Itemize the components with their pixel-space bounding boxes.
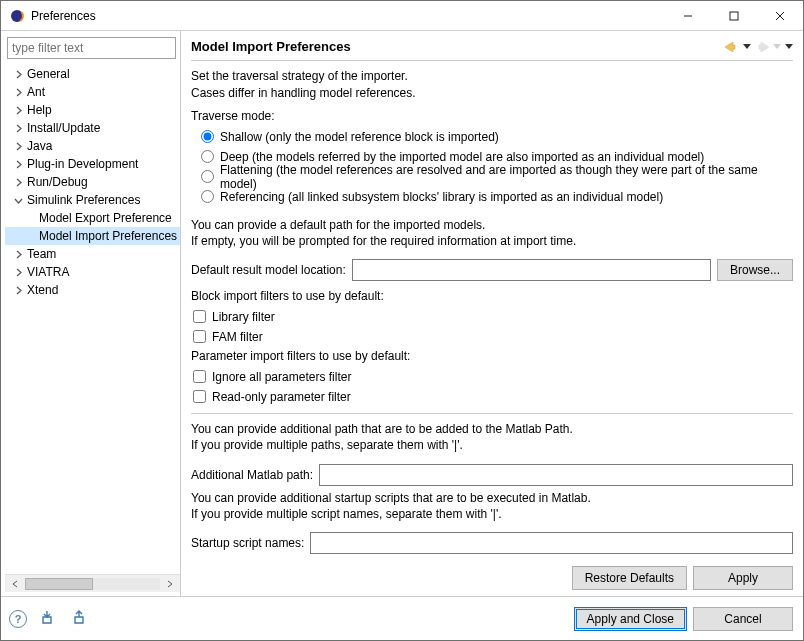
startup-scripts-input[interactable] (310, 532, 793, 554)
checkbox-option[interactable]: FAM filter (191, 327, 793, 347)
radio-deep[interactable] (201, 150, 214, 163)
tree-item-label: Xtend (27, 283, 58, 297)
tree-item[interactable]: Java (5, 137, 180, 155)
cancel-button[interactable]: Cancel (693, 607, 793, 631)
tree-item[interactable]: Ant (5, 83, 180, 101)
app-icon (9, 8, 25, 24)
titlebar: Preferences (1, 1, 803, 31)
footer: ? Apply and Close Cancel (1, 596, 803, 640)
tree-item-label: VIATRA (27, 265, 69, 279)
matlab-path-input[interactable] (319, 464, 793, 486)
minimize-button[interactable] (665, 1, 711, 31)
tree-item-label: Model Export Preference (39, 211, 172, 225)
page-nav (725, 42, 793, 52)
chevron-right-icon[interactable] (11, 265, 25, 279)
radio-flattening[interactable] (201, 170, 214, 183)
svg-rect-3 (730, 12, 738, 20)
close-button[interactable] (757, 1, 803, 31)
traverse-mode-label: Traverse mode: (191, 109, 793, 123)
svg-marker-9 (773, 44, 781, 49)
tree-item[interactable]: Simulink Preferences (5, 191, 180, 209)
tree-item[interactable]: Xtend (5, 281, 180, 299)
tree-item-label: Java (27, 139, 52, 153)
forward-icon[interactable] (755, 42, 769, 52)
checkbox[interactable] (193, 330, 206, 343)
scroll-thumb[interactable] (25, 578, 93, 590)
preferences-window: Preferences GeneralAntHelpInstall/Update… (0, 0, 804, 641)
view-menu-icon[interactable] (785, 44, 793, 50)
tree-item[interactable]: Model Export Preference (5, 209, 180, 227)
default-path-text: You can provide a default path for the i… (191, 217, 793, 249)
forward-dropdown-icon[interactable] (773, 44, 781, 50)
chevron-right-icon[interactable] (11, 103, 25, 117)
preference-tree[interactable]: GeneralAntHelpInstall/UpdateJavaPlug-in … (5, 65, 180, 574)
tree-item[interactable]: General (5, 65, 180, 83)
radio-referencing[interactable] (201, 190, 214, 203)
tree-item[interactable]: Install/Update (5, 119, 180, 137)
chevron-right-icon[interactable] (11, 67, 25, 81)
back-icon[interactable] (725, 42, 739, 52)
svg-marker-10 (785, 44, 793, 49)
chevron-right-icon[interactable] (11, 283, 25, 297)
checkbox-label: Ignore all parameters filter (212, 370, 351, 384)
tree-item[interactable]: Model Import Preferences (5, 227, 180, 245)
tree-item-label: Team (27, 247, 56, 261)
tree-item-label: Help (27, 103, 52, 117)
checkbox[interactable] (193, 370, 206, 383)
chevron-right-icon[interactable] (11, 85, 25, 99)
tree-item[interactable]: Help (5, 101, 180, 119)
matlab-path-text: You can provide additional path that are… (191, 421, 793, 453)
param-filters-group: Ignore all parameters filterRead-only pa… (191, 367, 793, 407)
tree-item-label: Model Import Preferences (39, 229, 177, 243)
traverse-option[interactable]: Shallow (only the model reference block … (201, 127, 793, 147)
chevron-down-icon[interactable] (11, 193, 25, 207)
tree-item[interactable]: Run/Debug (5, 173, 180, 191)
help-icon[interactable]: ? (9, 610, 27, 628)
horizontal-scrollbar[interactable] (5, 574, 180, 592)
import-prefs-icon[interactable] (41, 609, 59, 628)
tree-item[interactable]: VIATRA (5, 263, 180, 281)
chevron-right-icon[interactable] (11, 175, 25, 189)
traverse-option[interactable]: Flattening (the model references are res… (201, 167, 793, 187)
svg-marker-6 (725, 42, 735, 52)
apply-button[interactable]: Apply (693, 566, 793, 590)
traverse-mode-group: Shallow (only the model reference block … (201, 127, 793, 207)
tree-item[interactable]: Team (5, 245, 180, 263)
checkbox-label: Read-only parameter filter (212, 390, 351, 404)
chevron-right-icon[interactable] (11, 139, 25, 153)
filter-input[interactable] (7, 37, 176, 59)
checkbox-option[interactable]: Ignore all parameters filter (191, 367, 793, 387)
export-prefs-icon[interactable] (73, 609, 91, 628)
radio-label: Shallow (only the model reference block … (220, 130, 499, 144)
chevron-right-icon[interactable] (11, 247, 25, 261)
checkbox[interactable] (193, 310, 206, 323)
checkbox-option[interactable]: Read-only parameter filter (191, 387, 793, 407)
back-dropdown-icon[interactable] (743, 44, 751, 50)
intro-text: Set the traversal strategy of the import… (191, 68, 793, 100)
radio-label: Referencing (all linked subsystem blocks… (220, 190, 663, 204)
startup-scripts-text: You can provide additional startup scrip… (191, 490, 793, 522)
default-path-input[interactable] (352, 259, 711, 281)
radio-shallow[interactable] (201, 130, 214, 143)
param-filters-label: Parameter import filters to use by defau… (191, 349, 793, 363)
tree-item-label: Install/Update (27, 121, 100, 135)
scroll-right-icon[interactable] (162, 577, 178, 591)
tree-item-label: Run/Debug (27, 175, 88, 189)
checkbox[interactable] (193, 390, 206, 403)
block-filters-group: Library filterFAM filter (191, 307, 793, 347)
apply-and-close-button[interactable]: Apply and Close (574, 607, 687, 631)
scroll-track[interactable] (25, 578, 160, 590)
sidebar: GeneralAntHelpInstall/UpdateJavaPlug-in … (1, 31, 181, 596)
scroll-left-icon[interactable] (7, 577, 23, 591)
chevron-right-icon[interactable] (11, 121, 25, 135)
radio-label: Deep (the models referred by the importe… (220, 150, 704, 164)
block-filters-label: Block import filters to use by default: (191, 289, 793, 303)
checkbox-option[interactable]: Library filter (191, 307, 793, 327)
matlab-path-label: Additional Matlab path: (191, 468, 313, 482)
restore-defaults-button[interactable]: Restore Defaults (572, 566, 687, 590)
tree-item[interactable]: Plug-in Development (5, 155, 180, 173)
browse-button[interactable]: Browse... (717, 259, 793, 281)
chevron-right-icon[interactable] (11, 157, 25, 171)
page-title: Model Import Preferences (191, 39, 351, 54)
maximize-button[interactable] (711, 1, 757, 31)
